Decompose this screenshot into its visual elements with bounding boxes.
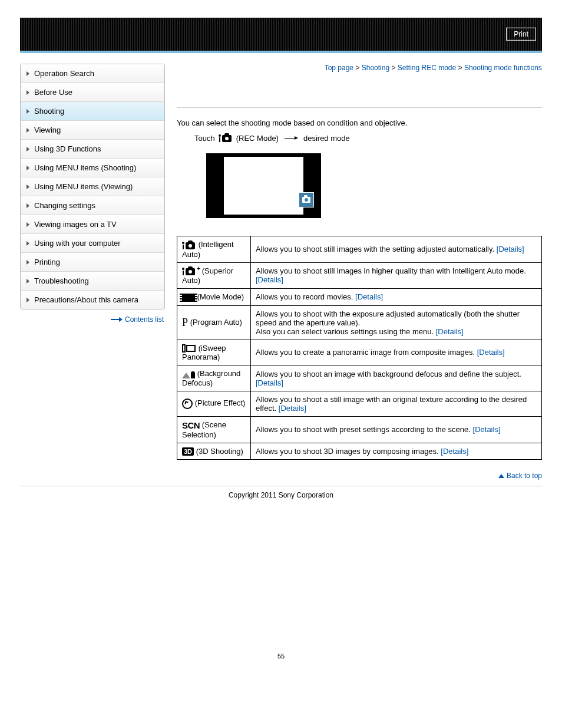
caret-icon (27, 260, 29, 265)
header-band: Print (20, 18, 542, 53)
sidebar-item-troubleshooting[interactable]: Troubleshooting (21, 272, 164, 291)
breadcrumb-setting-rec[interactable]: Setting REC mode (398, 64, 456, 72)
table-row: (Background Defocus) Allows you to shoot… (177, 365, 542, 391)
breadcrumb-sep: > (458, 64, 462, 72)
caret-icon (27, 90, 29, 95)
caret-icon (27, 279, 29, 284)
mode-desc-cell: Allows you to shoot still images in high… (251, 262, 542, 289)
mode-label-cell: (Intelligent Auto) (177, 236, 251, 263)
mode-desc: Allows you to shoot 3D images by composi… (256, 447, 439, 456)
mode-desc: Allows you to record movies. (256, 292, 353, 301)
table-row: (iSweep Panorama) Allows you to create a… (177, 340, 542, 365)
divider (177, 107, 542, 108)
mode-label-cell: 3D (3D Shooting) (177, 443, 251, 460)
scene-selection-icon: SCN (182, 420, 200, 430)
mode-desc-cell: Allows you to shoot with the exposure ad… (251, 305, 542, 340)
breadcrumb: Top page > Shooting > Setting REC mode >… (177, 64, 542, 72)
up-triangle-icon (498, 474, 504, 478)
mode-name: (Movie Mode) (197, 292, 244, 301)
sidebar-item-label: Before Use (34, 88, 72, 97)
screen-preview (206, 153, 321, 218)
caret-icon (27, 128, 29, 133)
sidebar-item-label: Shooting (34, 107, 64, 116)
sidebar-item-operation-search[interactable]: Operation Search (21, 64, 164, 83)
details-link[interactable]: [Details] (473, 425, 501, 434)
details-link[interactable]: [Details] (441, 447, 468, 456)
background-defocus-icon (182, 370, 195, 378)
table-row: (Picture Effect) Allows you to shoot a s… (177, 391, 542, 416)
modes-table: (Intelligent Auto) Allows you to shoot s… (177, 236, 542, 460)
isweep-icon (182, 344, 196, 353)
sidebar-item-label: Using with your computer (34, 239, 121, 248)
table-row: (Intelligent Auto) Allows you to shoot s… (177, 236, 542, 263)
table-row: + (Superior Auto) Allows you to shoot st… (177, 262, 542, 289)
sidebar-item-3d-functions[interactable]: Using 3D Functions (21, 140, 164, 159)
mode-name: (Picture Effect) (195, 398, 246, 407)
movie-icon (182, 294, 195, 302)
contents-list-label: Contents list (125, 315, 164, 324)
table-row: P (Program Auto) Allows you to shoot wit… (177, 305, 542, 340)
sidebar-item-menu-shooting[interactable]: Using MENU items (Shooting) (21, 159, 164, 177)
step-rec: (REC Mode) (236, 134, 279, 143)
superior-auto-icon: + (182, 266, 196, 276)
breadcrumb-shooting[interactable]: Shooting (362, 64, 389, 72)
contents-list-link[interactable]: Contents list (20, 315, 164, 324)
step-desired: desired mode (303, 134, 350, 143)
breadcrumb-current[interactable]: Shooting mode functions (464, 64, 542, 72)
3d-icon: 3D (182, 447, 194, 456)
breadcrumb-sep: > (355, 64, 359, 72)
sidebar-item-tv[interactable]: Viewing images on a TV (21, 215, 164, 234)
mode-desc-cell: Allows you to shoot an image with backgr… (251, 365, 542, 391)
details-link[interactable]: [Details] (256, 378, 283, 387)
mode-desc: Also you can select various settings usi… (256, 327, 434, 336)
mode-desc: Allows you to shoot still images with th… (256, 245, 494, 253)
mode-label-cell: (Movie Mode) (177, 289, 251, 306)
sidebar-item-shooting[interactable]: Shooting (21, 102, 164, 121)
sidebar-item-precautions[interactable]: Precautions/About this camera (21, 291, 164, 309)
mode-label-cell: P (Program Auto) (177, 305, 251, 340)
arrow-icon (285, 138, 297, 139)
mode-label-cell: + (Superior Auto) (177, 262, 251, 289)
breadcrumb-sep: > (391, 64, 395, 72)
sidebar: Operation Search Before Use Shooting Vie… (20, 64, 165, 309)
details-link[interactable]: [Details] (256, 275, 283, 284)
breadcrumb-top[interactable]: Top page (325, 64, 353, 72)
sidebar-item-label: Printing (34, 258, 60, 266)
sidebar-item-changing-settings[interactable]: Changing settings (21, 196, 164, 215)
caret-icon (27, 185, 29, 189)
sidebar-item-printing[interactable]: Printing (21, 253, 164, 272)
step-touch: Touch (194, 134, 215, 143)
back-to-top-link[interactable]: Back to top (177, 472, 542, 480)
mode-desc-cell: Allows you to shoot with preset settings… (251, 416, 542, 443)
sidebar-item-label: Operation Search (34, 69, 94, 78)
details-link[interactable]: [Details] (436, 327, 464, 336)
sidebar-item-computer[interactable]: Using with your computer (21, 234, 164, 253)
sidebar-item-viewing[interactable]: Viewing (21, 121, 164, 140)
footer-divider (20, 486, 542, 486)
sidebar-item-before-use[interactable]: Before Use (21, 83, 164, 102)
back-to-top-label: Back to top (507, 472, 542, 480)
mode-desc: Allows you to shoot with preset settings… (256, 425, 471, 434)
mode-label-cell: (iSweep Panorama) (177, 340, 251, 365)
caret-icon (27, 147, 29, 151)
page-number: 55 (0, 653, 562, 660)
mode-label-cell: (Picture Effect) (177, 391, 251, 416)
arrow-right-icon (111, 319, 121, 320)
table-row: (Movie Mode) Allows you to record movies… (177, 289, 542, 306)
table-row: 3D (3D Shooting) Allows you to shoot 3D … (177, 443, 542, 460)
mode-desc-cell: Allows you to shoot still images with th… (251, 236, 542, 263)
mode-desc-cell: Allows you to record movies. [Details] (251, 289, 542, 306)
sidebar-item-menu-viewing[interactable]: Using MENU items (Viewing) (21, 177, 164, 196)
intro-text: You can select the shooting mode based o… (177, 118, 542, 127)
details-link[interactable]: [Details] (355, 292, 383, 301)
details-link[interactable]: [Details] (497, 245, 524, 253)
details-link[interactable]: [Details] (477, 348, 505, 357)
details-link[interactable]: [Details] (279, 404, 306, 413)
main-content: Top page > Shooting > Setting REC mode >… (177, 64, 542, 483)
print-button[interactable]: Print (506, 28, 536, 41)
sidebar-item-label: Using MENU items (Viewing) (34, 182, 133, 191)
caret-icon (27, 222, 29, 227)
table-row: SCN (Scene Selection) Allows you to shoo… (177, 416, 542, 443)
caret-icon (27, 203, 29, 208)
caret-icon (27, 241, 29, 246)
